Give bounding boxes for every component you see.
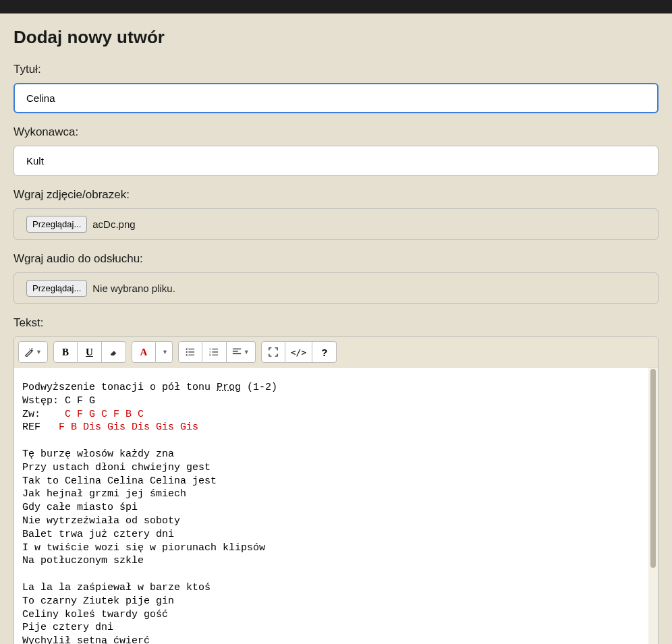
field-image: Wgraj zdjęcie/obrazek: Przeglądaj... acD… [13,188,659,240]
artist-label: Wykonawca: [13,125,659,139]
svg-text:3: 3 [209,353,211,357]
editor-content[interactable]: Podwyższenie tonacji o pół tonu Prog (1-… [14,368,648,644]
chevron-down-icon: ▼ [162,349,168,355]
text-segment: (1-2) [241,382,277,393]
magic-button[interactable]: ▼ [18,341,48,363]
svg-rect-8 [188,355,194,355]
audio-filename: Nie wybrano pliku. [92,283,175,294]
list-ol-icon: 123 [209,347,219,357]
chevron-down-icon: ▼ [36,349,42,355]
bold-button[interactable]: B [53,341,78,363]
artist-input[interactable] [13,146,659,176]
svg-rect-16 [233,351,238,351]
image-file-box[interactable]: Przeglądaj... acDc.png [13,208,659,240]
verse-text: Tę burzę włosów każdy zna Przy ustach dł… [22,448,265,566]
help-button[interactable]: ? [312,341,337,363]
svg-rect-4 [188,349,194,349]
audio-file-box[interactable]: Przeglądaj... Nie wybrano pliku. [13,272,659,304]
svg-rect-12 [213,351,219,352]
editor-toolbar: ▼ B U A ▼ [14,337,658,368]
prog-link[interactable]: Prog [217,382,241,393]
text-label: Tekst: [13,316,659,330]
scrollbar-track[interactable] [648,368,658,644]
align-button[interactable]: ▼ [227,341,256,363]
fullscreen-button[interactable] [261,341,285,363]
svg-point-5 [186,351,188,353]
chord-text: F B Dis Gis Dis Gis Gis [59,421,198,433]
svg-point-1 [29,349,30,349]
scrollbar-thumb[interactable] [650,369,656,568]
eraser-icon [109,347,118,357]
svg-point-3 [186,349,188,350]
list-ul-icon [186,347,195,357]
ordered-list-button[interactable]: 123 [202,341,227,363]
top-bar [0,0,672,13]
image-browse-button[interactable]: Przeglądaj... [26,216,87,233]
svg-rect-10 [213,349,219,349]
rich-text-editor: ▼ B U A ▼ [13,336,659,644]
field-audio: Wgraj audio do odsłuchu: Przeglądaj... N… [13,252,659,304]
editor-body: Podwyższenie tonacji o pół tonu Prog (1-… [14,368,658,644]
svg-rect-14 [213,355,219,355]
svg-rect-17 [233,353,241,354]
magic-wand-icon [24,347,34,357]
audio-browse-button[interactable]: Przeglądaj... [26,280,87,297]
audio-label: Wgraj audio do odsłuchu: [13,252,659,266]
text-segment: REF [22,421,59,433]
form-container: Dodaj nowy utwór Tytuł: Wykonawca: Wgraj… [0,13,672,644]
svg-point-0 [32,348,33,349]
font-color-dropdown[interactable]: ▼ [156,341,173,363]
svg-point-7 [186,354,188,355]
eraser-button[interactable] [102,341,126,363]
svg-rect-6 [188,351,194,352]
code-view-button[interactable]: </> [285,341,312,363]
text-segment: Wstęp: C F G [22,395,95,407]
fullscreen-icon [269,347,278,357]
verse-text: La la la zaśpiewał w barze ktoś To czarn… [22,582,211,644]
svg-rect-15 [233,349,241,349]
text-segment: Podwyższenie tonacji o pół tonu [22,382,217,393]
page-title: Dodaj nowy utwór [13,27,659,48]
svg-point-2 [32,350,33,351]
chord-text: C F G C F B C [65,409,144,420]
field-title: Tytuł: [13,63,659,113]
title-label: Tytuł: [13,63,659,76]
text-segment: Zw: [22,409,65,420]
title-input[interactable] [13,83,659,113]
chevron-down-icon: ▼ [244,349,250,355]
font-color-button[interactable]: A [132,341,156,363]
underline-button[interactable]: U [78,341,102,363]
field-artist: Wykonawca: [13,125,659,176]
align-left-icon [232,347,242,357]
image-label: Wgraj zdjęcie/obrazek: [13,188,659,202]
image-filename: acDc.png [92,218,135,230]
unordered-list-button[interactable] [178,341,202,363]
